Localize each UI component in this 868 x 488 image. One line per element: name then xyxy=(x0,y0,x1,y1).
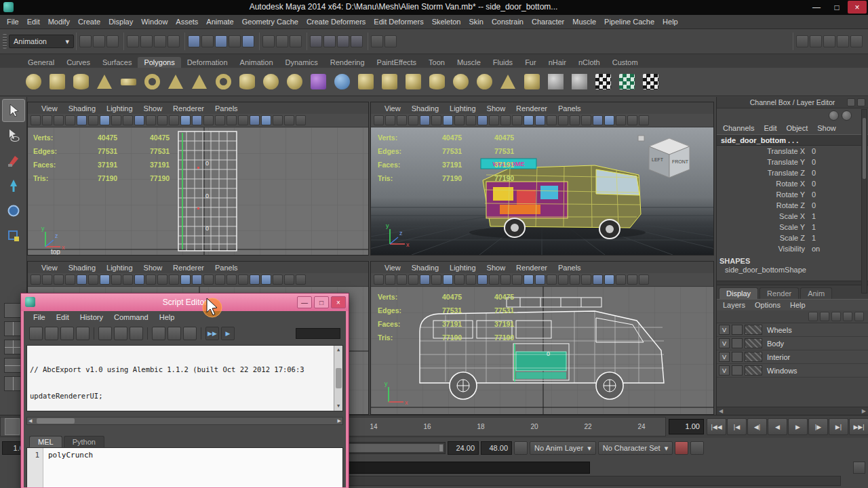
toolbar-icon[interactable] xyxy=(547,115,557,125)
menu-character[interactable]: Character xyxy=(528,18,568,26)
toolbar-icon[interactable] xyxy=(261,115,271,125)
se-menu-help[interactable]: Help xyxy=(154,313,180,321)
toolbar-icon[interactable] xyxy=(431,115,441,125)
tab-mel[interactable]: MEL xyxy=(29,436,62,447)
toolbar-icon[interactable] xyxy=(134,274,144,285)
se-execute-button[interactable]: ▶ xyxy=(221,327,235,340)
viewport-top[interactable]: View Shading Lighting Show Renderer Pane… xyxy=(27,102,369,256)
toolbar-icon[interactable] xyxy=(229,35,241,47)
toolbar-icon[interactable] xyxy=(823,35,835,47)
tab-python[interactable]: Python xyxy=(64,436,104,447)
le-menu-options[interactable]: Options xyxy=(750,301,785,309)
toolbar-icon[interactable] xyxy=(581,115,591,125)
toolbar-icon[interactable] xyxy=(547,274,557,285)
toolbar-icon[interactable] xyxy=(192,115,202,125)
toolbar-icon[interactable] xyxy=(42,115,52,125)
toolbar-icon[interactable] xyxy=(374,115,384,125)
cb-menu-object[interactable]: Object xyxy=(781,124,812,132)
toolbar-icon[interactable] xyxy=(627,115,637,125)
shelf-tab-ncloth[interactable]: nCloth xyxy=(572,57,606,68)
layer-type-box[interactable] xyxy=(732,365,743,375)
playback-end-field[interactable]: 24.00 xyxy=(448,441,479,455)
move-tool[interactable] xyxy=(2,174,25,197)
viewport-top-canvas[interactable]: 0 0 0 y x z top Verts:4047540475 Edges:7… xyxy=(28,127,368,255)
menu-window[interactable]: Window xyxy=(137,18,172,26)
toolbar-icon[interactable] xyxy=(408,115,418,125)
mirror-geometry-icon[interactable] xyxy=(355,72,376,92)
vp-menu-panels[interactable]: Panels xyxy=(553,264,587,272)
boolean-icon[interactable] xyxy=(450,72,471,92)
toolbar-icon[interactable] xyxy=(180,274,191,285)
toolbar-icon[interactable] xyxy=(524,115,534,125)
toolbar-icon[interactable] xyxy=(31,274,41,285)
viewport-persp[interactable]: View Shading Lighting Show Renderer Pane… xyxy=(370,102,714,256)
toolbar-icon[interactable] xyxy=(854,312,864,321)
layer-color-swatch[interactable] xyxy=(745,352,762,362)
toolbar-icon[interactable] xyxy=(408,274,418,285)
toolbar-icon[interactable] xyxy=(242,35,254,47)
toolbar-icon[interactable] xyxy=(310,35,322,47)
toolbar-icon[interactable] xyxy=(203,274,214,285)
toolbar-icon[interactable] xyxy=(500,274,511,285)
vp-menu-shading[interactable]: Shading xyxy=(406,104,444,113)
toolbar-icon[interactable] xyxy=(371,35,383,47)
toolbar-icon[interactable] xyxy=(111,115,121,125)
viewport-front[interactable]: View Shading Lighting Show Renderer Pane… xyxy=(370,261,714,415)
menu-assets[interactable]: Assets xyxy=(172,18,202,26)
vp-menu-renderer[interactable]: Renderer xyxy=(511,104,553,113)
subdiv-cube-icon[interactable] xyxy=(308,72,328,92)
menu-pipeline-cache[interactable]: Pipeline Cache xyxy=(600,18,658,26)
layer-type-box[interactable] xyxy=(732,325,743,335)
play-forwards-button[interactable]: ▶ xyxy=(788,418,808,435)
vp-menu-renderer[interactable]: Renderer xyxy=(167,104,210,113)
toolbar-icon[interactable] xyxy=(180,115,191,125)
toolbar-icon[interactable] xyxy=(397,115,407,125)
toolbar-icon[interactable] xyxy=(593,115,603,125)
menu-help[interactable]: Help xyxy=(658,18,682,26)
layer-name[interactable]: Body xyxy=(764,340,784,348)
channel-speed-mode-icon[interactable] xyxy=(842,110,852,121)
poly-cylinder-icon[interactable] xyxy=(71,72,91,92)
toolbar-icon[interactable] xyxy=(100,115,110,125)
toolbar-icon[interactable] xyxy=(106,35,119,47)
minimize-button[interactable]: — xyxy=(807,1,826,14)
extrude-icon[interactable] xyxy=(427,72,447,92)
toolbar-icon[interactable] xyxy=(558,274,568,285)
panel-dock-icon[interactable] xyxy=(847,98,855,106)
toolbar-icon[interactable] xyxy=(604,115,614,125)
toolbar-icon[interactable] xyxy=(535,274,545,285)
shelf-tab-deformation[interactable]: Deformation xyxy=(181,57,234,68)
toolbar-icon[interactable] xyxy=(639,274,649,285)
layer-row-body[interactable]: V Body xyxy=(717,337,868,350)
toolbar-icon[interactable] xyxy=(54,115,64,125)
script-history-pane[interactable]: // AbcExport v1.0 using Alembic 1.1.2 (b… xyxy=(26,345,343,411)
shelf-tab-general[interactable]: General xyxy=(22,57,60,68)
toolbar-icon[interactable] xyxy=(157,274,167,285)
uv-checker-icon[interactable] xyxy=(640,72,660,92)
vp-menu-show[interactable]: Show xyxy=(138,104,168,113)
toolbar-icon[interactable] xyxy=(385,115,395,125)
sculpt-tool-icon[interactable] xyxy=(332,72,352,92)
channel-slider-mode-icon[interactable] xyxy=(829,110,839,121)
vp-menu-show[interactable]: Show xyxy=(138,264,168,272)
cb-menu-show[interactable]: Show xyxy=(812,124,841,132)
tab-render[interactable]: Render xyxy=(760,287,799,299)
step-back-key-button[interactable]: |◀ xyxy=(727,418,747,435)
poly-prism-icon[interactable] xyxy=(165,72,186,92)
toolbar-icon[interactable] xyxy=(154,35,166,47)
current-frame-marker[interactable] xyxy=(5,418,20,435)
menu-create-deformers[interactable]: Create Deformers xyxy=(302,18,370,26)
vp-menu-view[interactable]: View xyxy=(36,104,63,113)
maximize-button[interactable]: □ xyxy=(827,1,846,14)
toolbar-icon[interactable] xyxy=(431,274,441,285)
shelf-tab-fur[interactable]: Fur xyxy=(519,57,542,68)
panel-splitter[interactable] xyxy=(717,281,868,285)
toolbar-icon[interactable] xyxy=(489,274,499,285)
se-search-box[interactable] xyxy=(296,328,340,339)
toolbar-icon[interactable] xyxy=(273,274,283,285)
layer-row-wheels[interactable]: V Wheels xyxy=(717,323,868,337)
le-menu-layers[interactable]: Layers xyxy=(718,301,750,309)
shape-node-name[interactable]: side_door_bottomShape xyxy=(717,266,868,277)
toolbar-icon[interactable] xyxy=(192,274,202,285)
se-close-button[interactable]: × xyxy=(331,296,346,308)
